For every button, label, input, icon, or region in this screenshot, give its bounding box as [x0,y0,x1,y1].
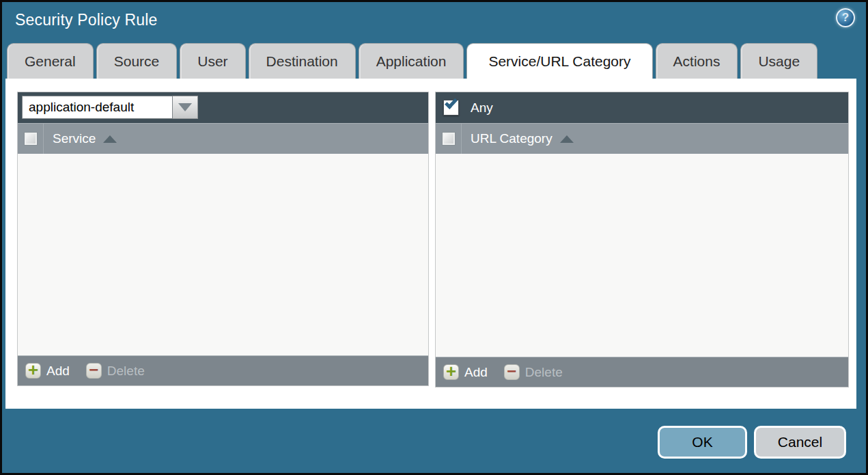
plus-icon: + [443,364,459,380]
service-column-label[interactable]: Service [53,131,96,146]
chevron-down-icon [178,103,192,111]
any-checkbox[interactable] [443,100,459,116]
ok-button[interactable]: OK [658,426,747,459]
sort-ascending-icon[interactable] [103,135,117,143]
tab-source[interactable]: Source [96,43,178,79]
tab-usage[interactable]: Usage [740,43,817,79]
service-column-header: Service [18,123,428,154]
plus-icon: + [25,363,41,379]
security-policy-rule-dialog: Security Policy Rule ? General Source Us… [2,2,866,473]
tab-content: application-default Service [5,79,856,409]
tab-actions[interactable]: Actions [656,43,738,79]
add-service-button[interactable]: + Add [25,363,70,379]
delete-service-button[interactable]: − Delete [86,363,145,379]
service-panel-toolbar: application-default [18,92,428,123]
service-type-dropdown[interactable]: application-default [22,96,198,119]
url-category-panel-toolbar: Any [436,92,848,123]
url-category-list [436,154,848,357]
select-all-services-checkbox[interactable] [24,132,38,146]
column-divider [461,124,462,154]
add-url-category-button[interactable]: + Add [443,364,488,380]
dialog-title: Security Policy Rule [15,11,158,29]
select-all-url-categories-checkbox[interactable] [442,132,456,146]
minus-icon: − [86,363,102,379]
column-divider [43,124,44,154]
delete-url-category-button[interactable]: − Delete [504,364,563,380]
tab-user[interactable]: User [180,43,245,79]
tab-bar: General Source User Destination Applicat… [7,43,817,79]
tab-general[interactable]: General [7,43,94,79]
check-icon [445,96,458,109]
service-panel-footer: + Add − Delete [18,355,428,385]
url-category-panel: Any URL Category + Add [435,92,849,388]
sort-ascending-icon[interactable] [560,135,574,143]
tab-destination[interactable]: Destination [249,43,356,79]
service-list [18,154,428,355]
url-category-panel-footer: + Add − Delete [436,357,848,387]
service-panel: application-default Service [17,92,429,386]
tab-service-url-category[interactable]: Service/URL Category [466,43,652,79]
dropdown-arrow-button[interactable] [173,96,198,119]
screen: Security Policy Rule ? General Source Us… [0,0,868,475]
cancel-button[interactable]: Cancel [754,426,846,459]
url-category-column-header: URL Category [436,123,848,154]
service-type-dropdown-value[interactable]: application-default [22,96,173,119]
url-category-column-label[interactable]: URL Category [471,131,552,146]
tab-application[interactable]: Application [359,43,464,79]
help-icon[interactable]: ? [836,8,855,27]
any-label: Any [471,100,493,116]
minus-icon: − [504,364,520,380]
